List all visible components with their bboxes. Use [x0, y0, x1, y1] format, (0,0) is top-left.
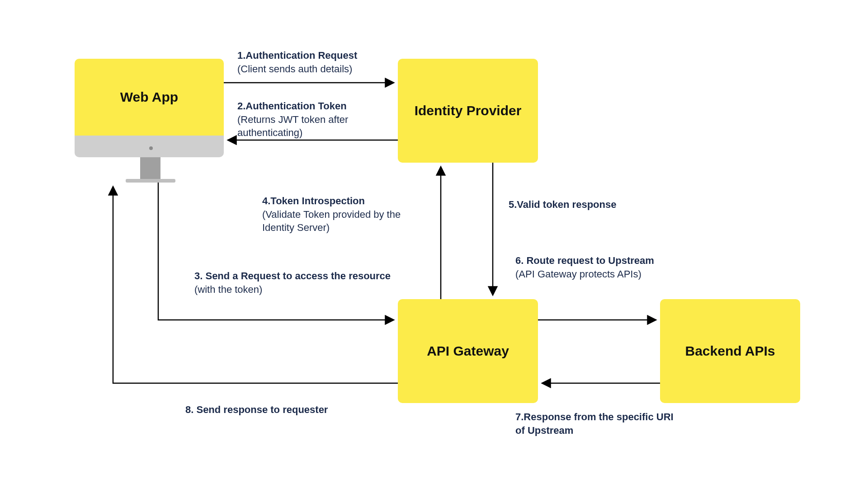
node-webapp-label: Web App — [120, 89, 178, 105]
label-step-5-title: 5.Valid token response — [509, 199, 616, 210]
node-backend-apis: Backend APIs — [660, 299, 800, 403]
label-step-2-title: 2.Authentication Token — [237, 100, 347, 112]
label-step-4-detail: (Validate Token provided by the Identity… — [262, 209, 401, 234]
webapp-monitor-led — [149, 146, 153, 150]
label-step-6-detail: (API Gateway protects APIs) — [515, 268, 642, 280]
webapp-monitor-foot — [126, 179, 175, 183]
webapp-monitor-base — [75, 136, 224, 157]
label-step-2: 2.Authentication Token (Returns JWT toke… — [237, 99, 391, 140]
node-backend-label: Backend APIs — [685, 343, 775, 359]
label-step-7: 7.Response from the specific URI of Upst… — [515, 410, 678, 437]
label-step-6: 6. Route request to Upstream (API Gatewa… — [515, 254, 654, 281]
webapp-monitor-neck — [140, 157, 160, 179]
node-identity-provider: Identity Provider — [398, 59, 538, 163]
node-api-gateway: API Gateway — [398, 299, 538, 403]
label-step-1: 1.Authentication Request (Client sends a… — [237, 49, 357, 75]
label-step-4-title: 4.Token Introspection — [262, 195, 365, 206]
label-step-7-title: 7.Response from the specific URI of Upst… — [515, 411, 674, 436]
label-step-3-title: 3. Send a Request to access the resource — [194, 270, 391, 282]
label-step-3-detail: (with the token) — [194, 284, 262, 295]
label-step-8: 8. Send response to requester — [185, 403, 328, 417]
label-step-6-title: 6. Route request to Upstream — [515, 255, 654, 266]
label-step-1-title: 1.Authentication Request — [237, 50, 357, 61]
node-idp-label: Identity Provider — [415, 103, 522, 118]
label-step-1-detail: (Client sends auth details) — [237, 63, 352, 75]
diagram-stage: Web App Identity Provider API Gateway Ba… — [0, 0, 868, 488]
label-step-4: 4.Token Introspection (Validate Token pr… — [262, 194, 425, 235]
node-webapp: Web App — [75, 59, 224, 136]
label-step-8-title: 8. Send response to requester — [185, 404, 328, 415]
label-step-5: 5.Valid token response — [509, 198, 616, 211]
node-gateway-label: API Gateway — [427, 343, 509, 359]
label-step-2-detail: (Returns JWT token after authenticating) — [237, 114, 348, 139]
label-step-3: 3. Send a Request to access the resource… — [194, 269, 393, 296]
